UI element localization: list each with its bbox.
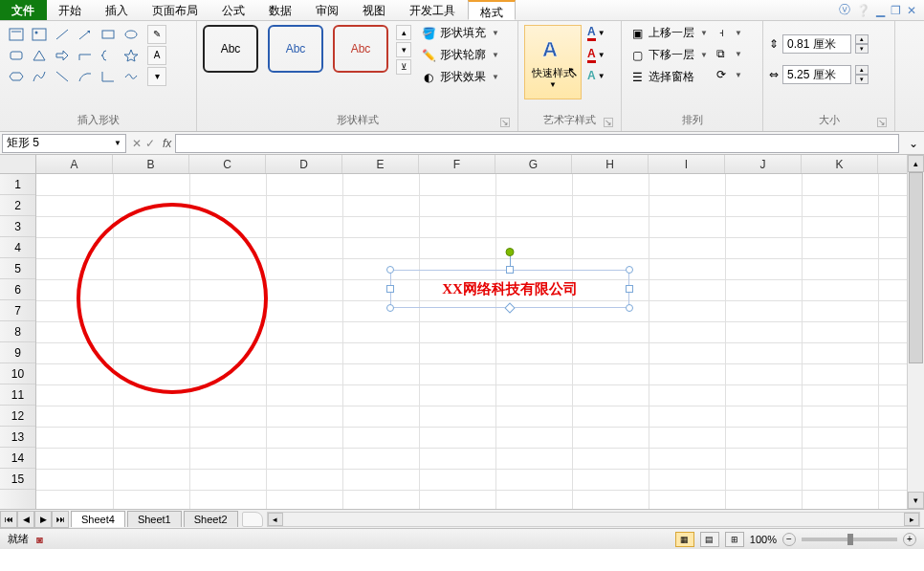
style-more[interactable]: ⊻ xyxy=(396,59,411,75)
select-all-corner[interactable] xyxy=(0,155,36,174)
shape-connector-icon[interactable] xyxy=(52,67,73,86)
resize-handle-se[interactable] xyxy=(626,304,633,312)
horizontal-scrollbar[interactable]: ◂ ▸ xyxy=(267,512,920,527)
col-header[interactable]: G xyxy=(495,155,572,173)
new-sheet-button[interactable] xyxy=(242,512,263,527)
name-box[interactable]: 矩形 5▼ xyxy=(2,134,126,153)
row-header[interactable]: 3 xyxy=(0,216,35,237)
edit-shape-icon[interactable]: ✎ xyxy=(147,25,166,44)
row-header[interactable]: 9 xyxy=(0,342,35,363)
row-header[interactable]: 13 xyxy=(0,427,35,448)
send-backward-button[interactable]: ▢下移一层▼ xyxy=(629,47,708,63)
col-header[interactable]: C xyxy=(189,155,266,173)
size-dialog-launcher[interactable]: ↘ xyxy=(877,118,887,127)
expand-formula-bar-icon[interactable]: ⌄ xyxy=(903,137,924,150)
tab-developer[interactable]: 开发工具 xyxy=(398,0,468,20)
style-scroll-up[interactable]: ▴ xyxy=(396,25,411,40)
textbox-shape-selected[interactable]: XX网络科技有限公司 xyxy=(390,270,629,308)
col-header[interactable]: A xyxy=(36,155,113,173)
gallery-more-icon[interactable]: ▾ xyxy=(147,67,166,86)
rotate-button[interactable]: ⟳▼ xyxy=(714,67,742,82)
row-header[interactable]: 11 xyxy=(0,384,35,406)
sheet-tab[interactable]: Sheet1 xyxy=(127,511,182,527)
scroll-right-button[interactable]: ▸ xyxy=(904,513,919,526)
shape-elbow-icon[interactable] xyxy=(75,46,96,65)
style-swatch-1[interactable]: Abc xyxy=(203,25,258,73)
row-header[interactable]: 4 xyxy=(0,237,35,258)
shape-roundrect-icon[interactable] xyxy=(6,46,27,65)
normal-view-button[interactable]: ▦ xyxy=(675,532,694,547)
scroll-left-button[interactable]: ◂ xyxy=(268,513,283,526)
tab-file[interactable]: 文件 xyxy=(0,0,47,20)
row-header[interactable]: 6 xyxy=(0,279,35,300)
tab-nav-prev[interactable]: ◀ xyxy=(17,511,34,528)
tab-data[interactable]: 数据 xyxy=(257,0,304,20)
sheet-tab[interactable]: Sheet2 xyxy=(184,511,238,527)
col-header[interactable]: F xyxy=(419,155,495,173)
row-header[interactable]: 10 xyxy=(0,363,35,384)
shape-effects-button[interactable]: ◐形状效果▼ xyxy=(421,69,499,85)
cell-grid[interactable]: XX网络科技有限公司 xyxy=(36,174,907,509)
zoom-out-button[interactable]: − xyxy=(782,533,796,546)
style-swatch-3[interactable]: Abc xyxy=(333,25,388,73)
row-header[interactable]: 15 xyxy=(0,469,35,490)
col-header[interactable]: I xyxy=(649,155,725,173)
textbox-button[interactable]: A xyxy=(147,46,166,65)
page-layout-view-button[interactable]: ▤ xyxy=(700,532,719,547)
align-button[interactable]: ⫞▼ xyxy=(714,25,742,40)
col-header[interactable]: H xyxy=(572,155,649,173)
tab-format[interactable]: 格式 xyxy=(468,0,516,20)
minimize-ribbon-icon[interactable]: ⓥ xyxy=(839,2,850,18)
selection-pane-button[interactable]: ☰选择窗格 xyxy=(629,69,708,85)
row-header[interactable]: 12 xyxy=(0,406,35,427)
text-effects-button[interactable]: A▼ xyxy=(587,69,605,82)
scroll-down-button[interactable]: ▾ xyxy=(908,492,924,509)
height-spin-down[interactable]: ▾ xyxy=(855,44,869,54)
text-outline-button[interactable]: A▼ xyxy=(587,47,605,63)
width-spin-down[interactable]: ▾ xyxy=(855,75,869,84)
row-header[interactable]: 5 xyxy=(0,258,35,279)
shape-star-icon[interactable] xyxy=(121,46,142,65)
shape-rect-icon[interactable] xyxy=(98,25,119,44)
shape-arc-icon[interactable] xyxy=(75,67,96,86)
wordart-dialog-launcher[interactable]: ↘ xyxy=(604,118,613,127)
shape-gallery[interactable] xyxy=(6,25,142,86)
col-header[interactable]: E xyxy=(342,155,419,173)
row-header[interactable]: 2 xyxy=(0,195,35,216)
help-icon[interactable]: ❔ xyxy=(856,4,870,17)
tab-page-layout[interactable]: 页面布局 xyxy=(141,0,210,20)
zoom-slider-thumb[interactable] xyxy=(847,534,853,545)
row-header[interactable]: 14 xyxy=(0,448,35,469)
resize-handle-ne[interactable] xyxy=(626,266,633,274)
shape-picture-icon[interactable] xyxy=(29,25,50,44)
shape-textbox-icon[interactable] xyxy=(6,25,27,44)
fx-icon[interactable]: fx xyxy=(163,137,171,150)
cancel-formula-icon[interactable]: ✕ xyxy=(132,137,142,150)
col-header[interactable]: B xyxy=(113,155,189,173)
col-header[interactable]: J xyxy=(725,155,802,173)
formula-input[interactable] xyxy=(175,134,899,153)
col-header[interactable]: K xyxy=(802,155,878,173)
shape-hexagon-icon[interactable] xyxy=(6,67,27,86)
bring-forward-button[interactable]: ▣上移一层▼ xyxy=(629,25,708,41)
scroll-up-button[interactable]: ▴ xyxy=(908,155,924,172)
enter-formula-icon[interactable]: ✓ xyxy=(145,137,155,150)
shape-outline-button[interactable]: ✏️形状轮廓▼ xyxy=(421,47,499,63)
width-spin-up[interactable]: ▴ xyxy=(855,65,869,75)
tab-view[interactable]: 视图 xyxy=(351,0,398,20)
height-spin-up[interactable]: ▴ xyxy=(855,34,869,44)
window-minimize-icon[interactable]: ▁ xyxy=(876,4,885,17)
tab-home[interactable]: 开始 xyxy=(47,0,94,20)
group-button[interactable]: ⧉▼ xyxy=(714,46,742,61)
shape-freeform-icon[interactable] xyxy=(121,67,142,86)
tab-nav-next[interactable]: ▶ xyxy=(34,511,52,528)
vertical-scrollbar[interactable]: ▴ ▾ xyxy=(907,155,924,509)
row-header[interactable]: 7 xyxy=(0,300,35,321)
circle-shape[interactable] xyxy=(77,203,268,394)
resize-handle-s[interactable] xyxy=(504,302,515,313)
style-swatch-2[interactable]: Abc xyxy=(268,25,323,73)
shape-arrow-icon[interactable] xyxy=(75,25,96,44)
page-break-view-button[interactable]: ⊞ xyxy=(725,532,744,547)
width-input[interactable] xyxy=(782,65,851,84)
shape-styles-dialog-launcher[interactable]: ↘ xyxy=(500,118,510,127)
